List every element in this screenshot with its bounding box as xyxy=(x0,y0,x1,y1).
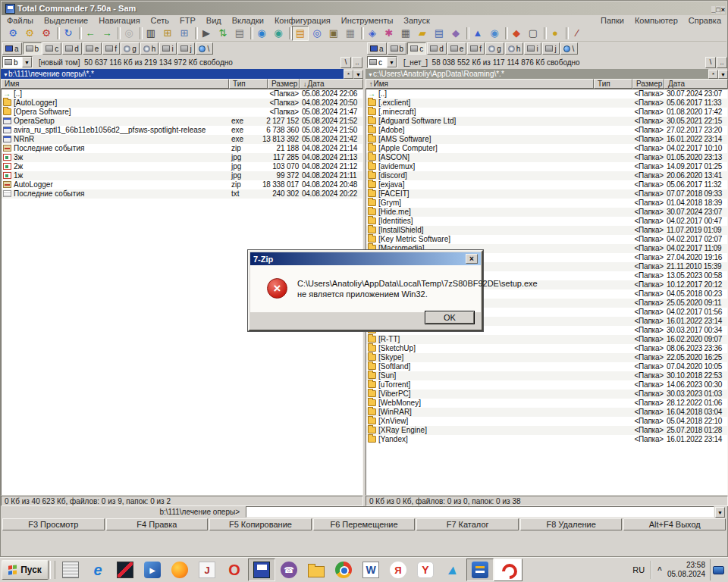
right-current-path[interactable]: ▼c:\Users\Anatoliy\AppData\Roaming\*.* xyxy=(366,69,708,79)
right-file-row[interactable]: [WebMoney]<Папка>28.12.2022 01:06 xyxy=(366,399,727,408)
options-gear-blue-icon[interactable]: ⚙ xyxy=(5,26,21,41)
right-drive-button-a[interactable]: a xyxy=(367,42,387,55)
right-file-row[interactable]: [Softland]<Папка>07.04.2020 10:05 xyxy=(366,362,727,371)
network-globe-icon[interactable]: ◉ xyxy=(270,26,287,41)
left-file-row[interactable]: Последние событияzip21 18804.08.2024 21:… xyxy=(2,144,362,153)
language-indicator[interactable]: RU xyxy=(626,565,651,574)
left-drive-button-e[interactable]: e xyxy=(83,42,102,55)
cd-burn-icon[interactable]: ● xyxy=(547,26,563,41)
show-desktop-button[interactable] xyxy=(710,559,726,580)
internet-globe-icon[interactable]: ◉ xyxy=(253,26,270,41)
menu-files[interactable]: Файлы xyxy=(2,16,39,25)
right-drive-button-b[interactable]: b xyxy=(388,42,407,55)
left-drive-button-g[interactable]: g xyxy=(121,42,140,55)
left-file-row[interactable]: [AutoLogger]<Папка>04.08.2024 20:50 xyxy=(2,99,362,108)
dialog-title-bar[interactable]: 7-Zip × xyxy=(250,252,481,265)
right-file-row[interactable]: [InstallShield]<Папка>11.07.2019 01:09 xyxy=(366,226,727,235)
right-file-row[interactable]: [.minecraft]<Папка>01.08.2020 17:42 xyxy=(366,108,727,117)
right-header-name[interactable]: ↑Имя xyxy=(366,79,594,89)
image-viewer-icon[interactable] xyxy=(111,559,139,581)
left-history-button[interactable]: ▼ xyxy=(353,70,363,79)
menu-configuration[interactable]: Конфигурация xyxy=(269,16,336,25)
right-drive-button-g[interactable]: g xyxy=(485,42,504,55)
right-file-row[interactable]: [ASCON]<Папка>01.05.2020 23:13 xyxy=(366,153,727,162)
right-file-row[interactable]: [Apple Computer]<Папка>04.02.2017 10:10 xyxy=(366,144,727,153)
control-panel-icon[interactable] xyxy=(466,559,494,581)
windows-update-icon[interactable]: ◆ xyxy=(508,26,525,41)
right-history-button[interactable]: ▼ xyxy=(718,70,728,79)
chrome-icon[interactable] xyxy=(330,559,357,581)
left-file-row[interactable]: 1жjpg99 37204.08.2024 21:11 xyxy=(2,171,362,180)
firefox-icon[interactable] xyxy=(166,559,193,581)
left-drive-button-i[interactable]: i xyxy=(159,42,177,55)
right-file-row[interactable]: [Sun]<Папка>30.10.2018 22:53 xyxy=(366,371,727,380)
right-drive-button-j[interactable]: j xyxy=(542,42,560,55)
attributes-icon[interactable]: ▤ xyxy=(292,26,309,41)
menu-tabs[interactable]: Вкладки xyxy=(227,16,269,25)
total-commander-icon[interactable] xyxy=(248,559,275,581)
minimize-button[interactable]: _ xyxy=(711,6,715,14)
f5-copy-button[interactable]: F5 Копирование xyxy=(209,518,312,530)
left-parent-button[interactable]: .. xyxy=(352,57,362,68)
view-panels-icon[interactable]: ▥ xyxy=(143,26,159,41)
left-drive-combobox[interactable]: b ▼ xyxy=(2,56,33,68)
run-program-icon[interactable]: ▶ xyxy=(198,26,215,41)
calculator-icon[interactable]: ▦ xyxy=(397,26,414,41)
right-drive-button-i[interactable]: i xyxy=(524,42,541,55)
right-file-row[interactable]: [WinRAR]<Папка>16.04.2018 03:04 xyxy=(366,408,727,417)
notepad-icon[interactable]: ▤ xyxy=(431,26,447,41)
edit-list-icon[interactable]: ▤ xyxy=(231,26,248,41)
file-manager-icon[interactable] xyxy=(303,559,330,581)
yandex-search-icon[interactable]: Я xyxy=(384,559,412,581)
right-file-row[interactable]: [discord]<Папка>20.06.2020 13:41 xyxy=(366,171,727,180)
right-file-row[interactable]: [XnView]<Папка>05.04.2018 22:10 xyxy=(366,417,727,426)
right-header-size[interactable]: Размер xyxy=(632,79,664,89)
tray-expand-icon[interactable]: ^ xyxy=(652,566,667,574)
f7-mkdir-button[interactable]: F7 Каталог xyxy=(416,518,519,530)
dialog-close-icon[interactable]: × xyxy=(466,254,478,264)
ok-button[interactable]: OK xyxy=(425,311,475,324)
right-file-row[interactable]: [R-TT]<Папка>16.02.2020 09:07 xyxy=(366,335,727,344)
pack-files-icon[interactable]: ▣ xyxy=(325,26,342,41)
search-disabled-icon[interactable]: ◎ xyxy=(121,26,137,41)
sync-dirs-icon[interactable]: ▦ xyxy=(342,26,359,41)
branch-view-icon[interactable]: ⊞ xyxy=(176,26,193,41)
paint-icon[interactable]: ✱ xyxy=(381,26,397,41)
menu-computer[interactable]: Компьютер xyxy=(629,16,683,25)
f8-delete-button[interactable]: F8 Удаление xyxy=(520,518,623,530)
left-file-row[interactable]: [Opera Software]<Папка>05.08.2024 21:47 xyxy=(2,108,362,117)
close-button[interactable]: × xyxy=(721,6,725,14)
left-file-row[interactable]: →[..]<Папка>05.08.2024 22:06 xyxy=(2,89,362,99)
menu-navigation[interactable]: Навигация xyxy=(93,16,145,25)
right-drive-button-f[interactable]: f xyxy=(467,42,485,55)
opera-icon[interactable]: O xyxy=(221,559,248,581)
right-file-row[interactable]: [XRay Engine]<Папка>25.07.2018 01:28 xyxy=(366,426,727,435)
left-drive-button-c[interactable]: c xyxy=(42,42,61,55)
menu-ftp[interactable]: FTP xyxy=(174,16,201,25)
right-file-row[interactable]: [FACEIT]<Папка>07.07.2018 09:33 xyxy=(366,189,727,199)
left-drive-button-h[interactable]: h xyxy=(140,42,159,55)
right-root-button[interactable]: \ xyxy=(705,57,716,68)
combo-dropdown-icon[interactable]: ▼ xyxy=(387,57,397,67)
left-favorites-button[interactable]: * xyxy=(344,70,353,79)
right-parent-button[interactable]: .. xyxy=(717,57,727,68)
right-file-row[interactable]: [exjava]<Папка>05.06.2017 11:32 xyxy=(366,180,727,189)
right-file-row[interactable]: →[..]<Папка>30.07.2024 23:07 xyxy=(366,89,727,99)
left-drive-button-b[interactable]: b xyxy=(23,42,42,55)
left-header-size[interactable]: Размер xyxy=(268,79,300,89)
folder-icon[interactable]: ▰ xyxy=(414,26,431,41)
right-file-row[interactable]: [Identities]<Папка>04.02.2017 00:47 xyxy=(366,217,727,226)
right-drive-button-d[interactable]: d xyxy=(427,42,447,55)
forward-icon[interactable]: → xyxy=(99,26,115,41)
right-file-row[interactable]: [Grym]<Папка>01.04.2018 18:39 xyxy=(366,199,727,208)
right-file-row[interactable]: [Adguard Software Ltd]<Папка>30.05.2021 … xyxy=(366,117,727,126)
left-current-path[interactable]: ▼b:\111\лечение оперы\*.* xyxy=(1,69,344,79)
left-file-row[interactable]: avira_ru_sptl1_66b11eb1056d2__pfsws-spot… xyxy=(2,126,362,135)
left-drive-button-j[interactable]: j xyxy=(177,42,195,55)
options-gear-red-icon[interactable]: ⚙ xyxy=(38,26,55,41)
menu-folders[interactable]: Папки xyxy=(595,16,629,25)
system-window-icon[interactable]: ▢ xyxy=(525,26,541,41)
f3-view-button[interactable]: F3 Просмотр xyxy=(2,518,105,530)
media-player-icon[interactable]: ▶ xyxy=(139,559,166,581)
left-drive-button-a[interactable]: a xyxy=(2,42,22,55)
